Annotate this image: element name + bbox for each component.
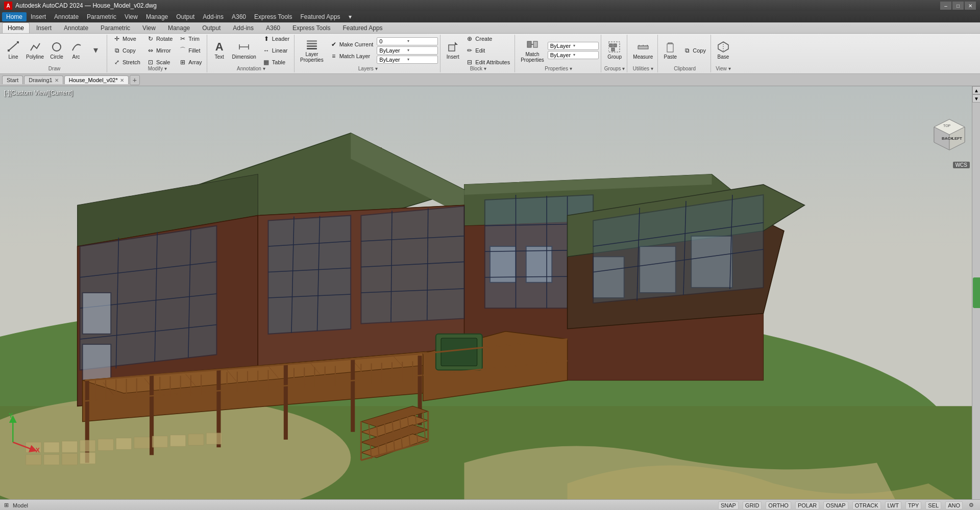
layer-dropdown-3[interactable]: ByLayer ▾ [377,56,438,64]
group-button[interactable]: Group [605,36,624,65]
clipboard-copy-button[interactable]: ⧉ Copy [680,45,708,56]
move-icon: ✛ [113,35,121,43]
make-current-button[interactable]: ✔ Make Current [327,39,376,50]
close-button[interactable]: ✕ [965,2,976,10]
circle-button[interactable]: Circle [47,36,66,65]
layer-dropdown-1[interactable]: 0 ▾ [377,37,438,45]
menu-addins[interactable]: Add-ins [199,12,228,21]
layer-properties-button[interactable]: LayerProperties [298,36,326,65]
menu-more[interactable]: ▾ [345,12,356,21]
base-button[interactable]: Base [714,36,732,65]
maximize-button[interactable]: □ [952,2,964,10]
scroll-down-button[interactable]: ▼ [972,94,980,103]
modify-label: Modify ▾ [148,65,167,71]
menu-home[interactable]: Home [2,12,27,21]
menu-featured[interactable]: Featured Apps [297,12,345,21]
draw-more-button[interactable]: ▾ [86,36,105,65]
title-bar: A Autodesk AutoCAD 2024 — House_Model_v0… [0,0,980,11]
ribbon-content: Line Polyline Circle [0,34,980,73]
scroll-up-button[interactable]: ▲ [972,86,980,94]
tab-output[interactable]: Output [197,22,226,33]
viewport[interactable]: [-][Custom View][Current] [0,86,980,499]
arc-button[interactable]: Arc [67,36,85,65]
menu-parametric[interactable]: Parametric [83,12,120,21]
menu-annotate[interactable]: Annotate [50,12,83,21]
leader-button[interactable]: ⬆ Leader [260,33,292,44]
status-ano[interactable]: ANO [945,501,963,509]
rotate-button[interactable]: ↻ Rotate [144,33,175,44]
navigation-cube[interactable]: BACK LEFT TOP [929,117,970,158]
tab-start[interactable]: Start [2,75,23,84]
prop-dropdown-1[interactable]: ByLayer ▾ [548,42,599,50]
layers-label: Layers ▾ [358,65,378,71]
polyline-button[interactable]: Polyline [23,36,46,65]
groups-label: Groups ▾ [604,65,625,71]
svg-rect-154 [44,442,59,452]
arc-icon [70,41,82,53]
prop-dropdown-2[interactable]: ByLayer ▾ [548,51,599,59]
text-button[interactable]: A Text [210,36,229,65]
svg-rect-164 [152,436,167,447]
tab-a360[interactable]: A360 [260,22,286,33]
menu-insert[interactable]: Insert [27,12,50,21]
tab-house-model-close[interactable]: ✕ [120,78,124,83]
mirror-button[interactable]: ⇔ Mirror [144,45,175,56]
array-button[interactable]: ⊞ Array [176,57,204,68]
status-snap[interactable]: SNAP [718,501,739,509]
line-button[interactable]: Line [4,36,22,65]
tab-addins[interactable]: Add-ins [227,22,259,33]
tab-featured[interactable]: Featured Apps [337,22,388,33]
create-button[interactable]: ⊕ Create [463,33,512,44]
insert-button[interactable]: Insert [444,36,462,65]
match-layer-button[interactable]: ≡ Match Layer [327,50,376,62]
tab-drawing1-close[interactable]: ✕ [55,78,59,83]
match-properties-button[interactable]: MatchProperties [518,36,547,65]
tab-add-button[interactable]: + [130,75,140,85]
status-sel[interactable]: SEL [925,501,941,509]
tab-house-model[interactable]: House_Model_v02* ✕ [64,75,129,84]
linear-button[interactable]: ↔ Linear [260,45,292,56]
status-polar[interactable]: POLAR [795,501,819,509]
tab-view[interactable]: View [137,22,161,33]
tab-parametric[interactable]: Parametric [95,22,136,33]
status-tpy[interactable]: TPY [905,501,921,509]
fillet-button[interactable]: ⌒ Fillet [176,45,204,56]
stretch-button[interactable]: ⤢ Stretch [110,57,143,68]
copy-button[interactable]: ⧉ Copy [110,45,143,56]
status-ortho[interactable]: ORTHO [766,501,791,509]
menu-output[interactable]: Output [172,12,199,21]
svg-text:TOP: TOP [943,124,951,128]
tab-manage[interactable]: Manage [162,22,195,33]
menu-manage[interactable]: Manage [142,12,172,21]
measure-button[interactable]: Measure [630,36,655,65]
house-svg: X Y [0,86,980,499]
clipboard-label: Clipboard [674,65,696,71]
status-settings[interactable]: ⚙ [967,501,976,509]
menu-express[interactable]: Express Tools [250,12,296,21]
trim-button[interactable]: ✂ Trim [176,33,204,44]
create-icon: ⊕ [465,35,474,43]
dimension-button[interactable]: Dimension [230,36,259,65]
status-osnap[interactable]: OSNAP [823,501,848,509]
svg-rect-159 [62,453,77,465]
move-button[interactable]: ✛ Move [110,33,143,44]
tab-insert[interactable]: Insert [31,22,57,33]
status-lwt[interactable]: LWT [885,501,901,509]
tab-drawing1[interactable]: Drawing1 ✕ [24,75,63,84]
minimize-button[interactable]: – [940,2,951,10]
annotation-label: Annotation ▾ [237,65,265,71]
layer-dropdown-2[interactable]: ByLayer ▾ [377,46,438,55]
menu-view[interactable]: View [120,12,142,21]
menu-a360[interactable]: A360 [228,12,250,21]
paste-button[interactable]: Paste [661,36,679,65]
status-grid[interactable]: GRID [743,501,762,509]
tab-annotate[interactable]: Annotate [58,22,94,33]
status-otrack[interactable]: OTRACK [852,501,881,509]
tab-home[interactable]: Home [2,22,30,33]
group-icon [608,41,621,53]
title-text: Autodesk AutoCAD 2024 — House_Model_v02.… [15,2,940,9]
view-buttons: Base [714,36,732,65]
tab-express[interactable]: Express Tools [287,22,336,33]
edit-button[interactable]: ✏ Edit [463,45,512,56]
prop-dropdowns: ByLayer ▾ ByLayer ▾ [548,42,599,59]
